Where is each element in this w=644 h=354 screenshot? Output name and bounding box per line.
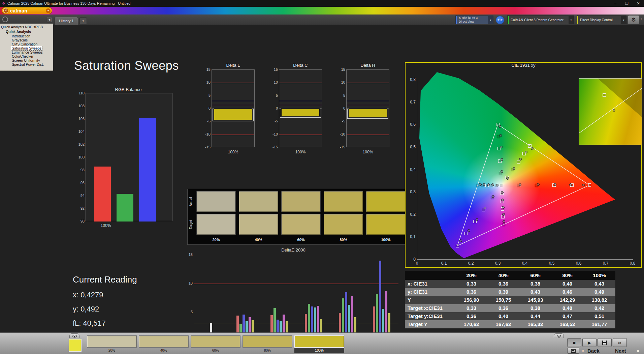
y-tick-label: 10 <box>267 80 278 84</box>
cie-measured-point <box>537 183 540 186</box>
swatch-color <box>243 335 292 348</box>
next-button[interactable]: Next <box>615 348 626 354</box>
page-title: Saturation Sweeps <box>74 59 179 73</box>
reference-line <box>347 105 389 105</box>
display-control-dropdown[interactable]: Direct Display Control ▼ <box>577 16 626 24</box>
cie-measured-point <box>499 134 502 137</box>
y-tick-label: 5 <box>182 310 193 314</box>
table-cell: 170,62 <box>455 320 487 328</box>
cie-title: CIE 1931 xy <box>406 63 641 68</box>
panel-expand-chevron[interactable]: « <box>641 17 642 21</box>
sidebar-item-luminance-sweeps[interactable]: Luminance Sweeps <box>0 50 53 54</box>
play-button[interactable]: ▶ <box>582 338 597 347</box>
y-tick-label: 0 <box>199 106 211 110</box>
sidebar-item-introduction[interactable]: Introduction <box>0 34 53 38</box>
y-tick-label: 0,3 <box>405 189 416 194</box>
cie-measured-point <box>479 183 482 186</box>
meter-dropdown[interactable]: X-Rite i1Pro 3 Direct View ▼ <box>455 16 493 24</box>
maximize-button[interactable]: ❐ <box>621 0 633 7</box>
sidebar-item-spectral-power-dist-[interactable]: Spectral Power Dist. <box>0 62 53 66</box>
tab-history-1[interactable]: History 1 <box>55 17 78 25</box>
back-button[interactable]: Back <box>587 348 600 354</box>
sidebar-collapse-button[interactable]: ◀ <box>47 18 52 22</box>
plot-area: 9092949698100102104106108110 <box>86 93 172 221</box>
table-row: y: CIE310,360,390,430,460,49 <box>405 288 615 296</box>
swatch-actual-20% <box>196 191 236 212</box>
title-bar: ❖ Calman 2025 Calman Ultimate for Busine… <box>0 0 644 7</box>
y-tick-label: 94 <box>73 194 85 198</box>
cie-measured-point <box>513 167 515 170</box>
swatch-target-80% <box>324 214 363 235</box>
chart-title: Delta H <box>335 63 400 68</box>
tree-root[interactable]: Quick Analysis <box>0 30 53 34</box>
save-button[interactable] <box>598 338 612 347</box>
cie-measured-point <box>492 195 494 198</box>
back-chevron-icon[interactable]: « <box>581 348 584 353</box>
pattern-swatch-100%[interactable]: 100% <box>294 335 344 353</box>
toolbar: ◀ History 1 + X-Rite i1Pro 3 Direct View… <box>0 14 644 25</box>
row-label: Y <box>405 296 455 304</box>
y-tick-label: -5 <box>267 119 278 123</box>
x-axis-label: 100% <box>346 150 389 154</box>
pattern-swatch-40%[interactable]: 40% <box>139 335 189 353</box>
sidebar-item-saturation-sweeps[interactable]: Saturation Sweeps <box>0 46 53 50</box>
sidebar-item-colorchecker[interactable]: ColorChecker <box>0 54 53 58</box>
tree-item-label: Grayscale <box>11 38 28 42</box>
sidebar-item-grayscale[interactable]: Grayscale <box>0 38 53 42</box>
cie-measured-point <box>491 183 494 186</box>
add-tab-button[interactable]: + <box>79 18 87 24</box>
cie-measured-point <box>496 184 498 186</box>
table-cell: 150,75 <box>487 296 519 304</box>
pattern-generator-dropdown[interactable]: CalMAN Client 3 Pattern Generator ▼ <box>507 16 574 24</box>
stop-button[interactable]: ■ <box>567 338 581 347</box>
pattern-accent <box>508 16 509 24</box>
calman-logo-text: calman <box>10 8 46 13</box>
tree-item-label: Screen Uniformity <box>11 58 40 62</box>
table-cell: 0,51 <box>583 312 615 320</box>
eye-icon <box>557 335 561 337</box>
table-cell: 0,46 <box>551 288 583 296</box>
table-cell: 138,82 <box>583 296 615 304</box>
y-tick-label: -15 <box>199 145 211 149</box>
link-button[interactable]: ∞ <box>613 338 627 347</box>
swatch-label: 60% <box>191 348 240 353</box>
reference-line <box>279 105 322 105</box>
workflow-tree: IntroductionGrayscaleCMS CalibrationSatu… <box>0 34 53 66</box>
row-label-target: Target <box>189 214 194 235</box>
x-tick-label: 0,3 <box>493 261 503 266</box>
reference-line <box>279 83 322 83</box>
pattern-swatch-60%[interactable]: 60% <box>191 335 240 353</box>
bottom-bar: 20%40%60%80%100% ■ ▶ ∞ « Back Next » <box>0 332 644 354</box>
table-cell: 0,33 <box>455 280 487 288</box>
y-tick-label: 0 <box>334 106 345 110</box>
row-label: y: CIE31 <box>405 288 455 296</box>
reference-line <box>194 324 398 324</box>
y-tick-label: 92 <box>73 206 85 210</box>
x-tick-label: 0,7 <box>601 261 611 266</box>
minimize-button[interactable]: – <box>610 0 621 7</box>
home-button[interactable] <box>2 17 8 22</box>
window-mode-button[interactable] <box>567 348 579 354</box>
meter-preview-button[interactable] <box>554 333 564 338</box>
next-chevron-icon[interactable]: » <box>637 348 639 353</box>
sidebar-item-cms-calibration[interactable]: CMS Calibration <box>0 42 53 46</box>
pattern-swatch-20%[interactable]: 20% <box>87 335 137 353</box>
sidebar-item-screen-uniformity[interactable]: Screen Uniformity <box>0 58 53 62</box>
table-cell: 0,40 <box>551 280 583 288</box>
pattern-swatch-80%[interactable]: 80% <box>243 335 292 353</box>
cie-target-point <box>456 244 459 247</box>
y-tick-label: 90 <box>73 219 85 223</box>
y-tick-label: 110 <box>73 91 85 95</box>
reference-line <box>194 284 398 284</box>
swatch-actual-100% <box>366 191 406 212</box>
x-axis-label: 100% <box>86 223 126 228</box>
y-tick-label: 0,7 <box>405 100 416 105</box>
calman-menu-button[interactable]: ✳ calman ▼ <box>2 7 52 14</box>
cie-measured-point <box>519 183 521 186</box>
meter-line2: Direct View <box>459 20 474 24</box>
preview-toggle-button[interactable] <box>69 333 79 338</box>
tree-item-label: CMS Calibration <box>11 42 38 46</box>
settings-button[interactable]: ⚙ <box>628 15 639 25</box>
column-header: 60% <box>519 271 551 280</box>
close-button[interactable]: ✕ <box>633 0 644 7</box>
